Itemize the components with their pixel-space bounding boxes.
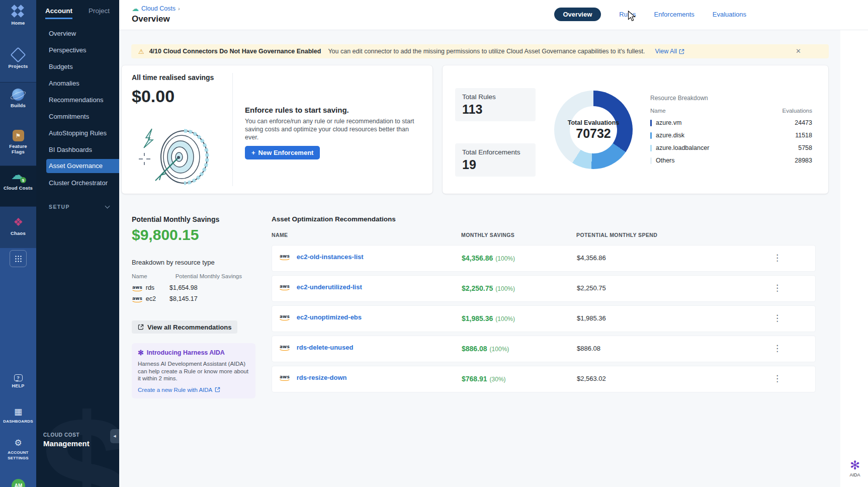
tab-overview[interactable]: Overview: [554, 8, 601, 21]
sidebar-item-commitments[interactable]: Commitments: [36, 108, 119, 125]
sidebar-item-overview[interactable]: Overview: [36, 25, 119, 42]
sidebar-item-budgets[interactable]: Budgets: [36, 58, 119, 75]
row-menu-icon[interactable]: ⋮: [770, 343, 785, 354]
sidebar-collapse-handle[interactable]: ◀: [110, 429, 119, 443]
breakdown-table-header: Name Potential Monthly Savings: [132, 273, 257, 279]
row-menu-icon[interactable]: ⋮: [770, 253, 785, 263]
aida-intro-card: ✻ Introducing Harness AIDA Harness AI De…: [132, 343, 255, 398]
enforce-cta-heading: Enforce rules to start saving.: [245, 106, 349, 114]
tab-account[interactable]: Account: [45, 7, 72, 19]
legend-title: Resource Breakdown: [650, 95, 812, 102]
realised-savings-amount: $0.00: [132, 87, 175, 106]
legend-col-name: Name: [650, 108, 666, 114]
table-row[interactable]: awsec2-old-instances-list $4,356.86(100%…: [272, 245, 816, 272]
aida-flower-icon: ✻: [844, 459, 866, 472]
rail-item-builds[interactable]: Builds: [0, 89, 36, 108]
aws-icon: aws: [132, 295, 143, 303]
rail-item-dashboards[interactable]: ▦ DASHBOARDS: [0, 408, 36, 424]
banner-close-icon[interactable]: ✕: [796, 47, 801, 55]
table-row[interactable]: awsec2-unoptimized-ebs $1,985.36(100%) $…: [272, 305, 816, 332]
rail-item-projects[interactable]: Projects: [0, 48, 36, 69]
table-row[interactable]: awsrds-delete-unused $886.08(100%) $886.…: [272, 336, 816, 362]
col-name: NAME: [272, 232, 288, 238]
rail-item-chaos[interactable]: ❖ Chaos: [0, 216, 36, 236]
legend-swatch: [650, 132, 652, 139]
rail-item-account-settings[interactable]: ⚙ ACCOUNT SETTINGS: [0, 439, 36, 461]
gear-icon: ⚙: [14, 439, 22, 448]
rail-item-cloud-costs[interactable]: ☁ $ Cloud Costs: [0, 171, 36, 191]
breakdown-value: $1,654.98: [169, 284, 198, 291]
potential-savings-title: Potential Monthly Savings: [132, 215, 219, 223]
app-window: Home Projects Builds ⚑ Feature Flags ☁ $…: [0, 0, 868, 487]
col-potential-monthly-spend: POTENTIAL MONTHLY SPEND: [576, 232, 657, 238]
recommendation-link[interactable]: rds-delete-unused: [297, 344, 354, 351]
breadcrumb: ☁ Cloud Costs ›: [132, 5, 180, 13]
page-title: Overview: [132, 14, 170, 24]
rail-item-label: Home: [11, 20, 25, 26]
recommendation-link[interactable]: ec2-underutilized-list: [297, 283, 362, 291]
rail-item-label: HELP: [12, 383, 25, 389]
rail-item-help[interactable]: ? HELP: [0, 374, 36, 389]
recommendation-link[interactable]: ec2-old-instances-list: [297, 253, 364, 261]
donut-center-label: Total Evaluations: [568, 119, 620, 126]
rail-item-feature-flags[interactable]: ⚑ Feature Flags: [0, 130, 36, 154]
breakdown-by-resource-title: Breakdown by resource type: [132, 259, 215, 266]
setup-section-toggle[interactable]: SETUP: [49, 204, 109, 210]
sidebar-item-recommendations[interactable]: Recommendations: [36, 92, 119, 108]
aws-icon: aws: [279, 313, 290, 321]
create-rule-with-aida-link[interactable]: Create a new Rule with AIDA: [138, 387, 249, 393]
banner-title: 4/10 Cloud Connectors Do Not Have Govern…: [149, 48, 321, 55]
legend-row: azure.disk 11518: [650, 132, 812, 139]
table-row[interactable]: awsec2-underutilized-list $2,250.75(100%…: [272, 275, 816, 302]
sidebar-item-cluster-orchestrator[interactable]: Cluster Orchestrator: [36, 175, 119, 191]
sidebar-item-asset-governance[interactable]: Asset Governance: [46, 159, 119, 173]
external-link-icon: [679, 49, 684, 54]
legend-swatch: [650, 145, 652, 151]
rail-item-home[interactable]: Home: [0, 5, 36, 26]
resource-breakdown-legend: Resource Breakdown Name Evaluations azur…: [650, 95, 812, 164]
rail-item-label: Feature Flags: [3, 143, 33, 154]
total-rules-value: 113: [462, 102, 529, 117]
breakdown-col-name: Name: [132, 273, 147, 279]
harness-home-icon: [12, 5, 25, 18]
sidebar-item-autostopping-rules[interactable]: AutoStopping Rules: [36, 125, 119, 141]
tab-enforcements[interactable]: Enforcements: [654, 11, 695, 18]
view-all-recommendations-button[interactable]: View all Recommendations: [132, 320, 237, 334]
module-footer-kicker: CLOUD COST: [43, 432, 90, 438]
module-picker-button[interactable]: [10, 250, 27, 267]
tab-rules[interactable]: Rules: [619, 11, 636, 18]
rail-item-label: Cloud Costs: [4, 185, 33, 191]
aida-card-title: Introducing Harness AIDA: [147, 349, 225, 356]
banner-view-all-link[interactable]: View All: [655, 48, 684, 55]
setup-label: SETUP: [49, 204, 70, 210]
row-menu-icon[interactable]: ⋮: [770, 373, 785, 384]
aida-fab-label: AIDA: [844, 472, 866, 477]
tab-evaluations[interactable]: Evaluations: [713, 11, 746, 18]
realised-savings-card: All time realised savings $0.00 Enfor: [122, 65, 432, 194]
breadcrumb-cloud-costs-link[interactable]: Cloud Costs: [141, 5, 176, 12]
table-row[interactable]: awsrds-resize-down $768.91(30%) $2,563.0…: [272, 366, 816, 392]
sidebar-item-anomalies[interactable]: Anomalies: [36, 75, 119, 92]
aws-icon: aws: [132, 284, 143, 292]
recommendation-link[interactable]: ec2-unoptimized-ebs: [297, 313, 362, 321]
projects-cube-icon: [10, 47, 26, 62]
tab-project[interactable]: Project: [89, 7, 110, 19]
total-rules-tile: Total Rules 113: [455, 88, 536, 121]
sidebar-item-bi-dashboards[interactable]: BI Dashboards: [36, 141, 119, 158]
recommendations-title: Asset Optimization Recommendations: [272, 215, 396, 223]
total-rules-label: Total Rules: [462, 93, 529, 101]
chaos-icon: ❖: [13, 216, 23, 228]
aida-assistant-button[interactable]: ✻ AIDA: [844, 459, 866, 477]
enforce-cta-body: You can enforce/run any rule or rule rec…: [245, 117, 418, 141]
row-menu-icon[interactable]: ⋮: [770, 283, 785, 293]
sidebar-item-perspectives[interactable]: Perspectives: [36, 42, 119, 58]
rail-item-label: Chaos: [11, 230, 26, 236]
row-menu-icon[interactable]: ⋮: [770, 313, 785, 323]
chevron-down-icon: [105, 204, 110, 209]
module-rail: Home Projects Builds ⚑ Feature Flags ☁ $…: [0, 0, 36, 487]
recommendation-link[interactable]: rds-resize-down: [297, 374, 347, 381]
builds-planet-icon: [12, 89, 24, 101]
new-enforcement-button[interactable]: + New Enforcement: [245, 146, 320, 159]
card-divider: [232, 73, 233, 186]
scope-tabs: Account Project: [45, 7, 110, 19]
